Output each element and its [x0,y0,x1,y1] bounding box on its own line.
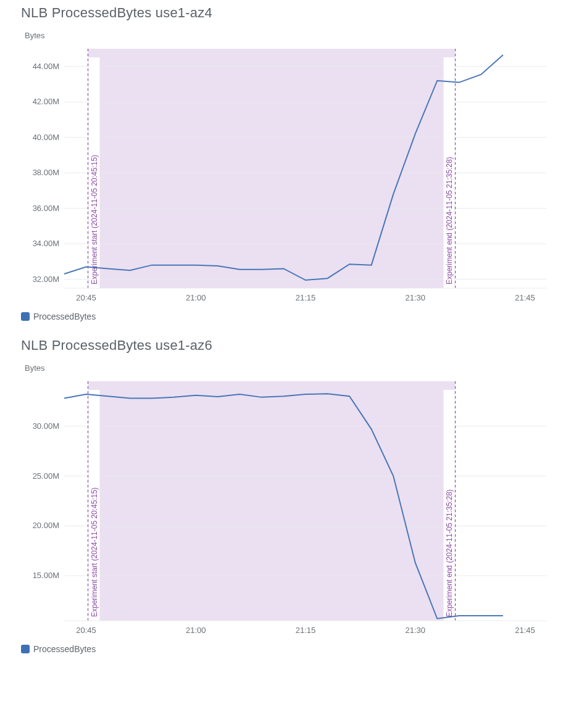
line-chart-svg: 15.00M20.00M25.00M30.00M20:4521:0021:152… [21,376,558,642]
svg-text:Experiment end (2024-11-05 21:: Experiment end (2024-11-05 21:35:28) [445,157,454,284]
svg-text:34.00M: 34.00M [33,239,59,248]
svg-text:Experiment start (2024-11-05 2: Experiment start (2024-11-05 20:45:15) [90,487,99,617]
chart-title: NLB ProcessedBytes use1-az6 [21,337,571,354]
svg-text:Experiment start (2024-11-05 2: Experiment start (2024-11-05 20:45:15) [90,155,99,284]
svg-text:15.00M: 15.00M [33,571,59,580]
svg-text:20:45: 20:45 [76,626,96,635]
svg-text:20:45: 20:45 [76,293,96,302]
chart-legend: ProcessedBytes [21,644,571,654]
svg-text:20.00M: 20.00M [33,521,59,530]
svg-text:21:30: 21:30 [405,626,425,635]
svg-text:25.00M: 25.00M [33,471,59,481]
legend-swatch-icon [21,312,30,321]
svg-rect-0 [88,49,456,288]
svg-text:21:00: 21:00 [186,626,206,635]
svg-text:21:45: 21:45 [515,626,535,635]
legend-label: ProcessedBytes [33,312,96,321]
svg-text:32.00M: 32.00M [33,275,59,284]
svg-text:21:15: 21:15 [296,293,316,302]
svg-text:21:30: 21:30 [405,293,425,302]
legend-label: ProcessedBytes [33,644,96,654]
svg-text:36.00M: 36.00M [33,204,59,213]
svg-text:38.00M: 38.00M [33,168,59,177]
chart-legend: ProcessedBytes [21,312,571,321]
svg-text:40.00M: 40.00M [33,133,59,142]
plot-area: 32.00M34.00M36.00M38.00M40.00M42.00M44.0… [21,44,571,309]
legend-swatch-icon [21,645,30,653]
svg-text:42.00M: 42.00M [33,97,59,106]
line-chart-svg: 32.00M34.00M36.00M38.00M40.00M42.00M44.0… [21,44,558,309]
svg-text:21:45: 21:45 [515,293,535,302]
page-root: NLB ProcessedBytes use1-az4 Bytes 32.00M… [0,0,571,676]
chart-block-az4: NLB ProcessedBytes use1-az4 Bytes 32.00M… [21,5,571,321]
y-axis-label: Bytes [25,31,571,40]
chart-title: NLB ProcessedBytes use1-az4 [21,5,571,21]
y-axis-label: Bytes [25,363,571,373]
svg-text:30.00M: 30.00M [33,421,59,431]
svg-text:44.00M: 44.00M [33,62,59,71]
svg-text:21:00: 21:00 [186,293,206,302]
chart-block-az6: NLB ProcessedBytes use1-az6 Bytes 15.00M… [21,337,571,654]
svg-text:21:15: 21:15 [296,626,316,635]
plot-area: 15.00M20.00M25.00M30.00M20:4521:0021:152… [21,376,571,642]
svg-text:Experiment end (2024-11-05 21:: Experiment end (2024-11-05 21:35:28) [445,489,454,617]
